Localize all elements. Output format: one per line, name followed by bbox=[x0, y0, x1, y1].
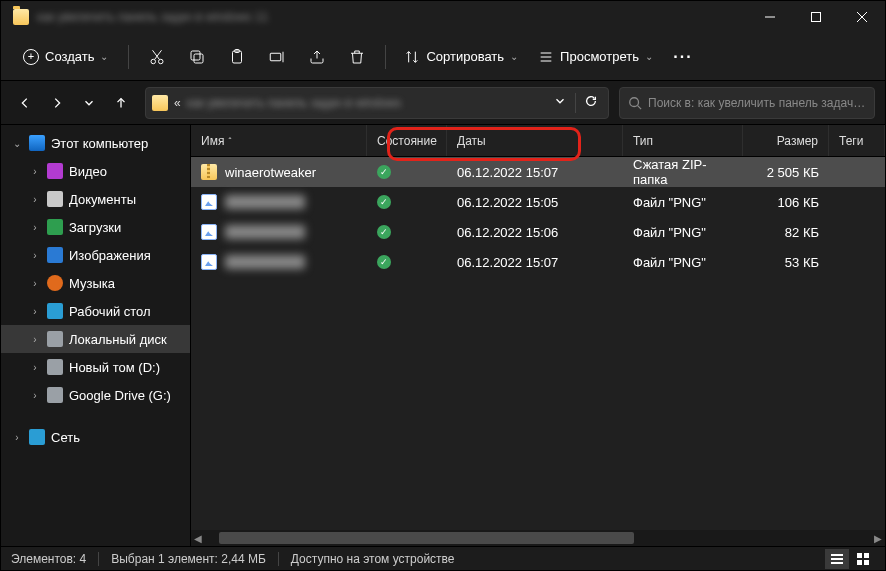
chevron-down-icon: ⌄ bbox=[645, 51, 653, 62]
sidebar-item-local-disk[interactable]: ›Локальный диск bbox=[1, 325, 190, 353]
music-icon bbox=[47, 275, 63, 291]
window-title: как увеличить панель задач в windows 11 bbox=[37, 10, 268, 24]
svg-rect-1 bbox=[812, 13, 821, 22]
close-button[interactable] bbox=[839, 1, 885, 33]
chevron-right-icon: › bbox=[29, 278, 41, 289]
new-button-label: Создать bbox=[45, 49, 94, 64]
nav-row: « как увеличить панель задач в windows П… bbox=[1, 81, 885, 125]
refresh-button[interactable] bbox=[580, 90, 602, 116]
sidebar-item-music[interactable]: ›Музыка bbox=[1, 269, 190, 297]
file-date: 06.12.2022 15:07 bbox=[447, 247, 623, 277]
address-path: как увеличить панель задач в windows bbox=[187, 96, 402, 110]
sidebar-network[interactable]: ›Сеть bbox=[1, 423, 190, 451]
col-date[interactable]: Даты bbox=[447, 125, 623, 156]
paste-button[interactable] bbox=[219, 39, 255, 75]
svg-rect-25 bbox=[864, 560, 869, 565]
col-size[interactable]: Размер bbox=[743, 125, 829, 156]
horizontal-scrollbar[interactable]: ◀ ▶ bbox=[191, 530, 885, 546]
svg-point-17 bbox=[630, 97, 639, 106]
address-bar[interactable]: « как увеличить панель задач в windows bbox=[145, 87, 609, 119]
file-name: xxxxxxxx bbox=[225, 255, 305, 269]
file-name: xxxxxxxx bbox=[225, 195, 305, 209]
file-date: 06.12.2022 15:07 bbox=[447, 157, 623, 187]
folder-icon bbox=[152, 95, 168, 111]
drive-icon bbox=[47, 387, 63, 403]
svg-rect-24 bbox=[857, 560, 862, 565]
file-name: xxxxxxxx bbox=[225, 225, 305, 239]
separator bbox=[128, 45, 129, 69]
drive-icon bbox=[47, 359, 63, 375]
cut-button[interactable] bbox=[139, 39, 175, 75]
up-button[interactable] bbox=[107, 89, 135, 117]
separator bbox=[385, 45, 386, 69]
rename-button[interactable] bbox=[259, 39, 295, 75]
details-view-button[interactable] bbox=[825, 549, 849, 569]
sort-button[interactable]: Сортировать ⌄ bbox=[396, 43, 526, 71]
pictures-icon bbox=[47, 247, 63, 263]
scroll-track[interactable] bbox=[219, 532, 857, 544]
share-button[interactable] bbox=[299, 39, 335, 75]
svg-rect-12 bbox=[271, 53, 282, 61]
svg-rect-20 bbox=[831, 558, 843, 560]
file-row[interactable]: winaerotweaker✓06.12.2022 15:07Сжатая ZI… bbox=[191, 157, 885, 187]
sidebar-item-desktop[interactable]: ›Рабочий стол bbox=[1, 297, 190, 325]
sidebar-item-downloads[interactable]: ›Загрузки bbox=[1, 213, 190, 241]
column-headers: Имяˆ Состояние Даты Тип Размер Теги bbox=[191, 125, 885, 157]
sidebar-item-video[interactable]: ›Видео bbox=[1, 157, 190, 185]
col-state[interactable]: Состояние bbox=[367, 125, 447, 156]
scroll-right-icon[interactable]: ▶ bbox=[871, 533, 885, 544]
svg-point-4 bbox=[151, 59, 156, 64]
forward-button[interactable] bbox=[43, 89, 71, 117]
scroll-thumb[interactable] bbox=[219, 532, 634, 544]
image-file-icon bbox=[201, 194, 217, 210]
file-row[interactable]: xxxxxxxx✓06.12.2022 15:05Файл "PNG"106 К… bbox=[191, 187, 885, 217]
tiles-view-button[interactable] bbox=[851, 549, 875, 569]
recent-button[interactable] bbox=[75, 89, 103, 117]
file-date: 06.12.2022 15:06 bbox=[447, 217, 623, 247]
new-button[interactable]: + Создать ⌄ bbox=[13, 43, 118, 71]
separator bbox=[98, 552, 99, 566]
back-button[interactable] bbox=[11, 89, 39, 117]
file-date: 06.12.2022 15:05 bbox=[447, 187, 623, 217]
sync-ok-icon: ✓ bbox=[377, 165, 391, 179]
sidebar-item-label: Документы bbox=[69, 192, 136, 207]
sidebar-item-label: Загрузки bbox=[69, 220, 121, 235]
delete-button[interactable] bbox=[339, 39, 375, 75]
maximize-button[interactable] bbox=[793, 1, 839, 33]
sidebar-item-label: Изображения bbox=[69, 248, 151, 263]
sidebar-item-label: Google Drive (G:) bbox=[69, 388, 171, 403]
sidebar-item-google-drive[interactable]: ›Google Drive (G:) bbox=[1, 381, 190, 409]
svg-rect-21 bbox=[831, 562, 843, 564]
sidebar-item-pictures[interactable]: ›Изображения bbox=[1, 241, 190, 269]
address-dropdown[interactable] bbox=[549, 90, 571, 116]
search-box[interactable]: Поиск в: как увеличить панель задач в... bbox=[619, 87, 875, 119]
svg-rect-23 bbox=[864, 553, 869, 558]
file-row[interactable]: xxxxxxxx✓06.12.2022 15:06Файл "PNG"82 КБ bbox=[191, 217, 885, 247]
view-button[interactable]: Просмотреть ⌄ bbox=[530, 43, 661, 71]
more-button[interactable]: ··· bbox=[665, 39, 701, 75]
col-tags[interactable]: Теги bbox=[829, 125, 885, 156]
sidebar-this-pc[interactable]: ⌄ Этот компьютер bbox=[1, 129, 190, 157]
col-type[interactable]: Тип bbox=[623, 125, 743, 156]
pc-icon bbox=[29, 135, 45, 151]
file-row[interactable]: xxxxxxxx✓06.12.2022 15:07Файл "PNG"53 КБ bbox=[191, 247, 885, 277]
file-size: 53 КБ bbox=[743, 247, 829, 277]
minimize-button[interactable] bbox=[747, 1, 793, 33]
sort-asc-icon: ˆ bbox=[228, 136, 231, 146]
image-file-icon bbox=[201, 254, 217, 270]
status-availability: Доступно на этом устройстве bbox=[291, 552, 455, 566]
chevron-down-icon: ⌄ bbox=[510, 51, 518, 62]
sort-label: Сортировать bbox=[426, 49, 504, 64]
copy-button[interactable] bbox=[179, 39, 215, 75]
status-selected: Выбран 1 элемент: 2,44 МБ bbox=[111, 552, 266, 566]
sidebar-item-label: Новый том (D:) bbox=[69, 360, 160, 375]
statusbar: Элементов: 4 Выбран 1 элемент: 2,44 МБ Д… bbox=[1, 546, 885, 570]
chevron-down-icon: ⌄ bbox=[100, 51, 108, 62]
desktop-icon bbox=[47, 303, 63, 319]
scroll-left-icon[interactable]: ◀ bbox=[191, 533, 205, 544]
col-name[interactable]: Имяˆ bbox=[191, 125, 367, 156]
chevron-right-icon: › bbox=[11, 432, 23, 443]
sidebar-item-new-volume[interactable]: ›Новый том (D:) bbox=[1, 353, 190, 381]
toolbar: + Создать ⌄ Сортировать ⌄ Просмотреть ⌄ … bbox=[1, 33, 885, 81]
sidebar-item-documents[interactable]: ›Документы bbox=[1, 185, 190, 213]
